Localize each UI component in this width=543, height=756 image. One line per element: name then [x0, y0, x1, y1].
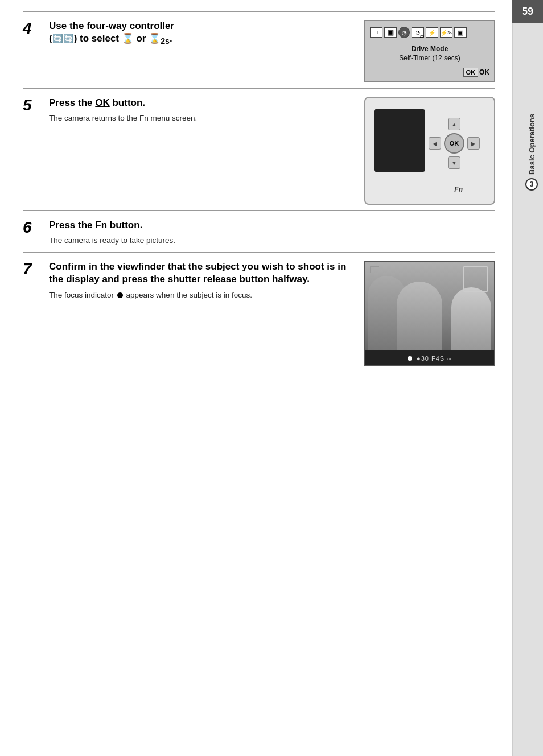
step-5-number: 5 — [23, 97, 40, 205]
step-5-body: Press the OK button. The camera returns … — [49, 97, 495, 205]
step-4-number: 4 — [23, 20, 40, 82]
step-7-text: Confirm in the viewfinder that the subje… — [49, 261, 355, 300]
vf-status-text: ●30 F4S ∞ — [417, 355, 452, 362]
viewfinder-box: ●30 F4S ∞ — [364, 261, 495, 366]
dpad-down-arrow: ▼ — [448, 156, 460, 169]
step-7-number: 7 — [23, 261, 40, 366]
step-6-title: Press the Fn button. — [49, 219, 495, 232]
step-4-image: □ ▣ ◔ ◔2s ⚡ ⚡3s ▣ Drive Mode Self-Timer … — [364, 20, 495, 82]
step-4-title: Use the four-way controller (🔄🔄) to sele… — [49, 20, 355, 47]
camera-screen — [374, 109, 425, 172]
chapter-label: 3 Basic Operations — [520, 114, 543, 191]
step-7-body: Confirm in the viewfinder that the subje… — [49, 261, 495, 366]
step-4: 4 Use the four-way controller (🔄🔄) to se… — [23, 11, 495, 82]
step-6-number: 6 — [23, 219, 40, 246]
icon-timer-selected: ◔ — [398, 27, 410, 38]
dpad-left-arrow: ◀ — [429, 137, 441, 150]
step-7: 7 Confirm in the viewfinder that the sub… — [23, 252, 495, 366]
dpad-right-arrow: ▶ — [467, 137, 480, 150]
camera-dpad: ▲ ▼ ◀ ▶ OK — [429, 118, 480, 169]
vf-person-right — [451, 287, 491, 350]
vf-status-dot — [408, 356, 412, 361]
ok-label: OK — [479, 68, 489, 76]
vf-person-center — [397, 282, 442, 350]
camera-fn-label: Fn — [454, 185, 463, 193]
step-7-image: ●30 F4S ∞ — [364, 261, 495, 366]
dpad-ok-center: OK — [444, 133, 464, 154]
step-5-image: ▲ ▼ ◀ ▶ OK Fn — [364, 97, 495, 205]
vf-photo-area — [365, 262, 494, 350]
step-6-description: The camera is ready to take pictures. — [49, 235, 495, 246]
icon-single: □ — [370, 27, 382, 38]
vf-focus-bracket — [463, 266, 488, 292]
step-4-body: Use the four-way controller (🔄🔄) to sele… — [49, 20, 495, 82]
ok-box-icon: OK — [463, 68, 479, 77]
drive-mode-sublabel: Self-Timer (12 secs) — [370, 54, 489, 62]
drive-mode-box: □ ▣ ◔ ◔2s ⚡ ⚡3s ▣ Drive Mode Self-Timer … — [364, 20, 495, 82]
drive-mode-icons: □ ▣ ◔ ◔2s ⚡ ⚡3s ▣ — [370, 27, 489, 38]
step-5-title: Press the OK button. — [49, 97, 355, 109]
dpad-up-arrow: ▲ — [448, 118, 460, 130]
step-7-title: Confirm in the viewfinder that the subje… — [49, 261, 355, 286]
main-content: 4 Use the four-way controller (🔄🔄) to se… — [0, 0, 512, 756]
icon-remote: ▣ — [454, 27, 467, 38]
icon-flash3s: ⚡3s — [440, 27, 452, 38]
camera-back: ▲ ▼ ◀ ▶ OK Fn — [364, 97, 495, 205]
icon-flash: ⚡ — [426, 27, 438, 38]
step-6: 6 Press the Fn button. The camera is rea… — [23, 210, 495, 246]
drive-mode-ok: OK OK — [370, 68, 489, 77]
drive-mode-label: Drive Mode — [370, 45, 489, 53]
page-number: 59 — [512, 0, 543, 23]
step-5: 5 Press the OK button. The camera return… — [23, 88, 495, 205]
vf-status-bar: ●30 F4S ∞ — [365, 350, 494, 366]
chapter-number: 3 — [525, 178, 538, 191]
icon-timer2s: ◔2s — [412, 27, 424, 38]
step-6-body: Press the Fn button. The camera is ready… — [49, 219, 495, 246]
step-5-text: Press the OK button. The camera returns … — [49, 97, 355, 124]
focus-indicator-dot — [117, 292, 123, 298]
chapter-text: Basic Operations — [528, 114, 536, 175]
step-5-description: The camera returns to the Fn menu screen… — [49, 113, 355, 124]
vf-corner-bracket — [370, 266, 379, 273]
step-4-text: Use the four-way controller (🔄🔄) to sele… — [49, 20, 355, 50]
icon-burst: ▣ — [384, 27, 397, 38]
step-7-description: The focus indicator appears when the sub… — [49, 290, 355, 301]
side-tab: 59 3 Basic Operations — [512, 0, 543, 756]
